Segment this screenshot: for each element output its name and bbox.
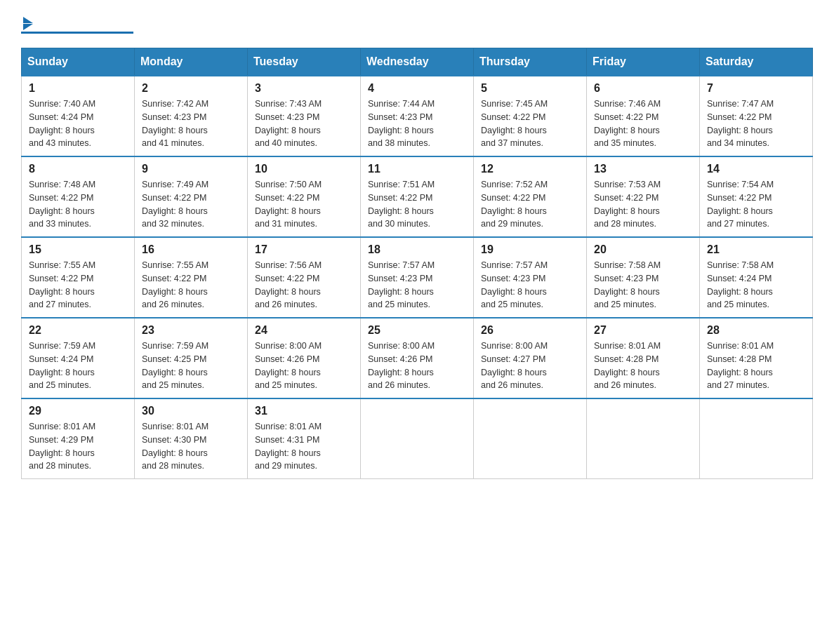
day-number: 30 (142, 405, 240, 417)
calendar-cell: 1 Sunrise: 7:40 AM Sunset: 4:24 PM Dayli… (22, 76, 135, 156)
calendar-cell: 22 Sunrise: 7:59 AM Sunset: 4:24 PM Dayl… (22, 318, 135, 398)
calendar-table: SundayMondayTuesdayWednesdayThursdayFrid… (21, 48, 813, 479)
col-header-wednesday: Wednesday (361, 48, 474, 76)
day-number: 21 (707, 243, 805, 256)
day-number: 17 (255, 243, 353, 256)
day-number: 28 (707, 324, 805, 337)
day-number: 13 (594, 163, 692, 175)
day-number: 18 (368, 243, 466, 256)
col-header-friday: Friday (587, 48, 700, 76)
calendar-week-row: 15 Sunrise: 7:55 AM Sunset: 4:22 PM Dayl… (22, 237, 813, 318)
col-header-saturday: Saturday (700, 48, 813, 76)
day-info: Sunrise: 7:44 AM Sunset: 4:23 PM Dayligh… (368, 98, 466, 150)
day-info: Sunrise: 7:55 AM Sunset: 4:22 PM Dayligh… (142, 259, 240, 311)
calendar-cell: 31 Sunrise: 8:01 AM Sunset: 4:31 PM Dayl… (248, 398, 361, 479)
day-number: 2 (142, 82, 240, 95)
col-header-tuesday: Tuesday (248, 48, 361, 76)
calendar-cell: 26 Sunrise: 8:00 AM Sunset: 4:27 PM Dayl… (474, 318, 587, 398)
calendar-cell: 16 Sunrise: 7:55 AM Sunset: 4:22 PM Dayl… (135, 237, 248, 318)
day-info: Sunrise: 8:00 AM Sunset: 4:26 PM Dayligh… (368, 340, 466, 392)
col-header-sunday: Sunday (22, 48, 135, 76)
day-number: 4 (368, 82, 466, 95)
day-info: Sunrise: 7:47 AM Sunset: 4:22 PM Dayligh… (707, 98, 805, 150)
day-number: 20 (594, 243, 692, 256)
day-info: Sunrise: 8:01 AM Sunset: 4:28 PM Dayligh… (594, 340, 692, 392)
calendar-cell (587, 398, 700, 479)
calendar-cell (700, 398, 813, 479)
day-number: 14 (707, 163, 805, 175)
calendar-cell: 15 Sunrise: 7:55 AM Sunset: 4:22 PM Dayl… (22, 237, 135, 318)
calendar-cell: 8 Sunrise: 7:48 AM Sunset: 4:22 PM Dayli… (22, 156, 135, 237)
day-number: 1 (29, 82, 127, 95)
day-info: Sunrise: 7:59 AM Sunset: 4:25 PM Dayligh… (142, 340, 240, 392)
day-number: 11 (368, 163, 466, 175)
day-number: 27 (594, 324, 692, 337)
day-info: Sunrise: 8:01 AM Sunset: 4:29 PM Dayligh… (29, 420, 127, 473)
calendar-cell: 5 Sunrise: 7:45 AM Sunset: 4:22 PM Dayli… (474, 76, 587, 156)
day-number: 22 (29, 324, 127, 337)
day-info: Sunrise: 7:58 AM Sunset: 4:23 PM Dayligh… (594, 259, 692, 311)
day-number: 23 (142, 324, 240, 337)
calendar-cell: 7 Sunrise: 7:47 AM Sunset: 4:22 PM Dayli… (700, 76, 813, 156)
day-info: Sunrise: 7:53 AM Sunset: 4:22 PM Dayligh… (594, 178, 692, 231)
day-number: 6 (594, 82, 692, 95)
day-number: 12 (481, 163, 579, 175)
day-info: Sunrise: 7:55 AM Sunset: 4:22 PM Dayligh… (29, 259, 127, 311)
day-number: 5 (481, 82, 579, 95)
calendar-cell: 14 Sunrise: 7:54 AM Sunset: 4:22 PM Dayl… (700, 156, 813, 237)
day-info: Sunrise: 7:58 AM Sunset: 4:24 PM Dayligh… (707, 259, 805, 311)
day-info: Sunrise: 7:42 AM Sunset: 4:23 PM Dayligh… (142, 98, 240, 150)
page-header (21, 14, 813, 34)
day-info: Sunrise: 7:50 AM Sunset: 4:22 PM Dayligh… (255, 178, 353, 231)
calendar-cell: 20 Sunrise: 7:58 AM Sunset: 4:23 PM Dayl… (587, 237, 700, 318)
day-info: Sunrise: 7:40 AM Sunset: 4:24 PM Dayligh… (29, 98, 127, 150)
col-header-monday: Monday (135, 48, 248, 76)
calendar-week-row: 22 Sunrise: 7:59 AM Sunset: 4:24 PM Dayl… (22, 318, 813, 398)
day-info: Sunrise: 7:49 AM Sunset: 4:22 PM Dayligh… (142, 178, 240, 231)
calendar-cell: 28 Sunrise: 8:01 AM Sunset: 4:28 PM Dayl… (700, 318, 813, 398)
day-info: Sunrise: 7:48 AM Sunset: 4:22 PM Dayligh… (29, 178, 127, 231)
logo (21, 14, 133, 34)
day-info: Sunrise: 7:56 AM Sunset: 4:22 PM Dayligh… (255, 259, 353, 311)
calendar-cell: 4 Sunrise: 7:44 AM Sunset: 4:23 PM Dayli… (361, 76, 474, 156)
day-number: 8 (29, 163, 127, 175)
day-info: Sunrise: 7:45 AM Sunset: 4:22 PM Dayligh… (481, 98, 579, 150)
calendar-cell: 27 Sunrise: 8:01 AM Sunset: 4:28 PM Dayl… (587, 318, 700, 398)
calendar-cell (361, 398, 474, 479)
day-info: Sunrise: 7:54 AM Sunset: 4:22 PM Dayligh… (707, 178, 805, 231)
day-info: Sunrise: 8:01 AM Sunset: 4:30 PM Dayligh… (142, 420, 240, 473)
calendar-cell: 3 Sunrise: 7:43 AM Sunset: 4:23 PM Dayli… (248, 76, 361, 156)
day-number: 31 (255, 405, 353, 417)
day-info: Sunrise: 7:57 AM Sunset: 4:23 PM Dayligh… (481, 259, 579, 311)
calendar-cell: 25 Sunrise: 8:00 AM Sunset: 4:26 PM Dayl… (361, 318, 474, 398)
day-number: 7 (707, 82, 805, 95)
calendar-week-row: 1 Sunrise: 7:40 AM Sunset: 4:24 PM Dayli… (22, 76, 813, 156)
calendar-cell: 6 Sunrise: 7:46 AM Sunset: 4:22 PM Dayli… (587, 76, 700, 156)
day-number: 9 (142, 163, 240, 175)
day-info: Sunrise: 7:51 AM Sunset: 4:22 PM Dayligh… (368, 178, 466, 231)
calendar-cell: 23 Sunrise: 7:59 AM Sunset: 4:25 PM Dayl… (135, 318, 248, 398)
calendar-cell: 30 Sunrise: 8:01 AM Sunset: 4:30 PM Dayl… (135, 398, 248, 479)
day-number: 16 (142, 243, 240, 256)
day-info: Sunrise: 7:52 AM Sunset: 4:22 PM Dayligh… (481, 178, 579, 231)
calendar-cell: 10 Sunrise: 7:50 AM Sunset: 4:22 PM Dayl… (248, 156, 361, 237)
day-number: 25 (368, 324, 466, 337)
day-number: 15 (29, 243, 127, 256)
calendar-cell: 12 Sunrise: 7:52 AM Sunset: 4:22 PM Dayl… (474, 156, 587, 237)
day-number: 26 (481, 324, 579, 337)
calendar-week-row: 8 Sunrise: 7:48 AM Sunset: 4:22 PM Dayli… (22, 156, 813, 237)
calendar-cell: 21 Sunrise: 7:58 AM Sunset: 4:24 PM Dayl… (700, 237, 813, 318)
day-info: Sunrise: 8:00 AM Sunset: 4:26 PM Dayligh… (255, 340, 353, 392)
calendar-cell: 17 Sunrise: 7:56 AM Sunset: 4:22 PM Dayl… (248, 237, 361, 318)
day-info: Sunrise: 7:57 AM Sunset: 4:23 PM Dayligh… (368, 259, 466, 311)
calendar-cell: 18 Sunrise: 7:57 AM Sunset: 4:23 PM Dayl… (361, 237, 474, 318)
day-number: 19 (481, 243, 579, 256)
calendar-cell: 11 Sunrise: 7:51 AM Sunset: 4:22 PM Dayl… (361, 156, 474, 237)
calendar-cell: 19 Sunrise: 7:57 AM Sunset: 4:23 PM Dayl… (474, 237, 587, 318)
calendar-cell: 2 Sunrise: 7:42 AM Sunset: 4:23 PM Dayli… (135, 76, 248, 156)
day-number: 24 (255, 324, 353, 337)
day-info: Sunrise: 8:01 AM Sunset: 4:28 PM Dayligh… (707, 340, 805, 392)
calendar-cell: 13 Sunrise: 7:53 AM Sunset: 4:22 PM Dayl… (587, 156, 700, 237)
calendar-cell (474, 398, 587, 479)
col-header-thursday: Thursday (474, 48, 587, 76)
